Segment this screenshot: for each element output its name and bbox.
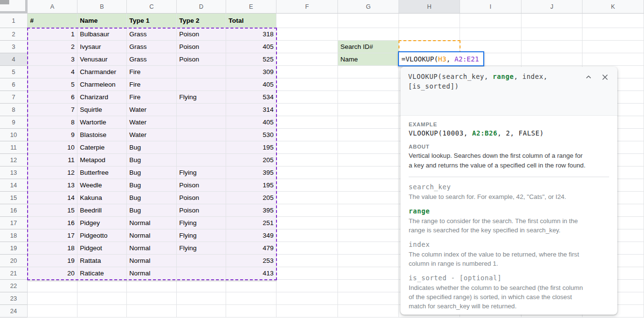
cell-G2[interactable] bbox=[338, 28, 399, 41]
cell-B3[interactable]: Ivysaur bbox=[77, 41, 127, 53]
cell-B20[interactable]: Rattata bbox=[77, 255, 127, 267]
cell-E11[interactable]: 195 bbox=[226, 141, 276, 154]
cell-A14[interactable]: 13 bbox=[28, 179, 77, 192]
cell-F12[interactable] bbox=[276, 154, 338, 167]
cell-B1[interactable]: Name bbox=[77, 14, 127, 28]
row-header-11[interactable]: 11 bbox=[0, 141, 28, 154]
cell-E1[interactable]: Total bbox=[226, 14, 276, 28]
cell-G14[interactable] bbox=[338, 179, 399, 192]
cell-G16[interactable] bbox=[338, 204, 399, 217]
cell-C5[interactable]: Fire bbox=[127, 66, 177, 78]
row-header-7[interactable]: 7 bbox=[0, 91, 28, 104]
cell-G23[interactable] bbox=[338, 292, 399, 305]
cell-E17[interactable]: 251 bbox=[226, 217, 276, 229]
row-header-17[interactable]: 17 bbox=[0, 217, 28, 229]
cell-F15[interactable] bbox=[276, 192, 338, 204]
cell-A7[interactable]: 6 bbox=[28, 91, 77, 104]
cell-G4[interactable]: Name bbox=[338, 53, 399, 66]
row-header-18[interactable]: 18 bbox=[0, 229, 28, 242]
cell-G9[interactable] bbox=[338, 116, 399, 129]
cell-G13[interactable] bbox=[338, 167, 399, 179]
cell-J1[interactable] bbox=[521, 14, 583, 28]
cell-K1[interactable] bbox=[583, 14, 644, 28]
cell-E7[interactable]: 534 bbox=[226, 91, 276, 104]
row-header-13[interactable]: 13 bbox=[0, 167, 28, 179]
cell-J3[interactable] bbox=[521, 41, 583, 53]
cell-E18[interactable]: 349 bbox=[226, 229, 276, 242]
row-header-9[interactable]: 9 bbox=[0, 116, 28, 129]
cell-C2[interactable]: Grass bbox=[127, 28, 177, 41]
col-header-C[interactable]: C bbox=[127, 0, 177, 14]
cell-B2[interactable]: Bulbasaur bbox=[77, 28, 127, 41]
row-header-16[interactable]: 16 bbox=[0, 204, 28, 217]
cell-B18[interactable]: Pidgeotto bbox=[77, 229, 127, 242]
cell-B7[interactable]: Charizard bbox=[77, 91, 127, 104]
col-header-E[interactable]: E bbox=[226, 0, 276, 14]
cell-F10[interactable] bbox=[276, 129, 338, 141]
cell-C11[interactable]: Bug bbox=[127, 141, 177, 154]
cell-D3[interactable]: Poison bbox=[177, 41, 226, 53]
cell-B10[interactable]: Blastoise bbox=[77, 129, 127, 141]
cell-A4[interactable]: 3 bbox=[28, 53, 77, 66]
cell-D11[interactable] bbox=[177, 141, 226, 154]
cell-D5[interactable] bbox=[177, 66, 226, 78]
row-header-24[interactable]: 24 bbox=[0, 305, 28, 318]
cell-F8[interactable] bbox=[276, 104, 338, 116]
col-header-J[interactable]: J bbox=[521, 0, 583, 14]
cell-C18[interactable]: Normal bbox=[127, 229, 177, 242]
cell-E16[interactable]: 395 bbox=[226, 204, 276, 217]
col-header-G[interactable]: G bbox=[338, 0, 399, 14]
cell-B24[interactable] bbox=[77, 305, 127, 318]
cell-C13[interactable]: Bug bbox=[127, 167, 177, 179]
cell-J2[interactable] bbox=[521, 28, 583, 41]
cell-A3[interactable]: 2 bbox=[28, 41, 77, 53]
cell-B12[interactable]: Metapod bbox=[77, 154, 127, 167]
cell-I1[interactable] bbox=[460, 14, 521, 28]
cell-G8[interactable] bbox=[338, 104, 399, 116]
cell-E3[interactable]: 405 bbox=[226, 41, 276, 53]
cell-F16[interactable] bbox=[276, 204, 338, 217]
cell-C16[interactable]: Bug bbox=[127, 204, 177, 217]
cell-B8[interactable]: Squirtle bbox=[77, 104, 127, 116]
cell-G15[interactable] bbox=[338, 192, 399, 204]
cell-F1[interactable] bbox=[276, 14, 338, 28]
cell-E5[interactable]: 309 bbox=[226, 66, 276, 78]
row-header-2[interactable]: 2 bbox=[0, 28, 28, 41]
cell-E13[interactable]: 395 bbox=[226, 167, 276, 179]
cell-F13[interactable] bbox=[276, 167, 338, 179]
cell-C20[interactable]: Normal bbox=[127, 255, 177, 267]
cell-F4[interactable] bbox=[276, 53, 338, 66]
cell-A23[interactable] bbox=[28, 292, 77, 305]
col-header-F[interactable]: F bbox=[276, 0, 338, 14]
cell-G6[interactable] bbox=[338, 78, 399, 91]
cell-D6[interactable] bbox=[177, 78, 226, 91]
cell-E21[interactable]: 413 bbox=[226, 267, 276, 280]
cell-C24[interactable] bbox=[127, 305, 177, 318]
cell-D20[interactable] bbox=[177, 255, 226, 267]
cell-G17[interactable] bbox=[338, 217, 399, 229]
cell-B23[interactable] bbox=[77, 292, 127, 305]
cell-F20[interactable] bbox=[276, 255, 338, 267]
cell-F21[interactable] bbox=[276, 267, 338, 280]
cell-B5[interactable]: Charmander bbox=[77, 66, 127, 78]
row-header-3[interactable]: 3 bbox=[0, 41, 28, 53]
cell-F11[interactable] bbox=[276, 141, 338, 154]
cell-A19[interactable]: 18 bbox=[28, 242, 77, 255]
cell-K2[interactable] bbox=[583, 28, 644, 41]
cell-F23[interactable] bbox=[276, 292, 338, 305]
cell-K4[interactable] bbox=[583, 53, 644, 66]
cell-G1[interactable] bbox=[338, 14, 399, 28]
cell-D18[interactable]: Flying bbox=[177, 229, 226, 242]
cell-F9[interactable] bbox=[276, 116, 338, 129]
cell-F19[interactable] bbox=[276, 242, 338, 255]
cell-B19[interactable]: Pidgeot bbox=[77, 242, 127, 255]
cell-C21[interactable]: Normal bbox=[127, 267, 177, 280]
cell-A12[interactable]: 11 bbox=[28, 154, 77, 167]
cell-G5[interactable] bbox=[338, 66, 399, 78]
cell-C10[interactable]: Water bbox=[127, 129, 177, 141]
cell-A2[interactable]: 1 bbox=[28, 28, 77, 41]
cell-A15[interactable]: 14 bbox=[28, 192, 77, 204]
cell-A17[interactable]: 16 bbox=[28, 217, 77, 229]
cell-A13[interactable]: 12 bbox=[28, 167, 77, 179]
cell-D10[interactable] bbox=[177, 129, 226, 141]
